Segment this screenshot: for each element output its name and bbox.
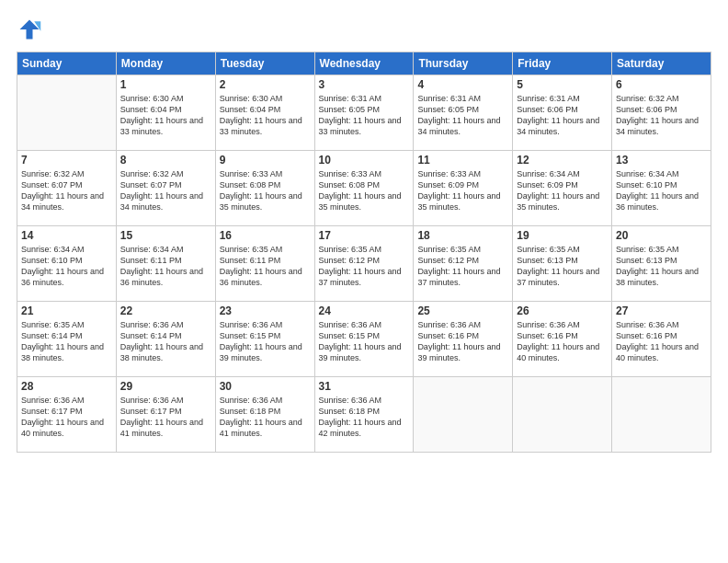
day-info: Sunrise: 6:34 AMSunset: 6:10 PMDaylight:… xyxy=(21,244,112,289)
calendar-cell xyxy=(612,377,711,453)
day-info: Sunrise: 6:30 AMSunset: 6:04 PMDaylight:… xyxy=(220,93,311,138)
calendar-cell xyxy=(17,75,117,151)
calendar-cell: 24Sunrise: 6:36 AMSunset: 6:15 PMDayligh… xyxy=(314,302,414,377)
calendar-cell: 16Sunrise: 6:35 AMSunset: 6:11 PMDayligh… xyxy=(215,226,314,302)
calendar-table: SundayMondayTuesdayWednesdayThursdayFrid… xyxy=(17,52,711,453)
day-number: 23 xyxy=(220,304,311,317)
calendar-cell: 5Sunrise: 6:31 AMSunset: 6:06 PMDaylight… xyxy=(513,75,612,151)
calendar-cell: 18Sunrise: 6:35 AMSunset: 6:12 PMDayligh… xyxy=(414,226,513,302)
day-number: 25 xyxy=(417,304,508,317)
day-info: Sunrise: 6:36 AMSunset: 6:16 PMDaylight:… xyxy=(616,319,707,364)
calendar-cell: 1Sunrise: 6:30 AMSunset: 6:04 PMDaylight… xyxy=(116,75,215,151)
calendar-cell: 22Sunrise: 6:36 AMSunset: 6:14 PMDayligh… xyxy=(116,302,215,377)
day-number: 28 xyxy=(21,380,112,393)
calendar-cell: 30Sunrise: 6:36 AMSunset: 6:18 PMDayligh… xyxy=(215,377,314,453)
calendar-cell: 15Sunrise: 6:34 AMSunset: 6:11 PMDayligh… xyxy=(116,226,215,302)
calendar-header-day: Sunday xyxy=(17,52,117,75)
day-info: Sunrise: 6:36 AMSunset: 6:16 PMDaylight:… xyxy=(417,319,508,364)
calendar-cell: 11Sunrise: 6:33 AMSunset: 6:09 PMDayligh… xyxy=(414,151,513,226)
calendar-cell: 28Sunrise: 6:36 AMSunset: 6:17 PMDayligh… xyxy=(17,377,117,453)
day-number: 4 xyxy=(417,78,508,91)
calendar-cell: 25Sunrise: 6:36 AMSunset: 6:16 PMDayligh… xyxy=(414,302,513,377)
day-number: 14 xyxy=(21,229,112,242)
calendar-cell: 26Sunrise: 6:36 AMSunset: 6:16 PMDayligh… xyxy=(513,302,612,377)
day-info: Sunrise: 6:33 AMSunset: 6:08 PMDaylight:… xyxy=(220,168,311,213)
day-info: Sunrise: 6:35 AMSunset: 6:13 PMDaylight:… xyxy=(517,244,608,289)
day-number: 7 xyxy=(21,154,112,167)
calendar-cell: 14Sunrise: 6:34 AMSunset: 6:10 PMDayligh… xyxy=(17,226,117,302)
day-info: Sunrise: 6:36 AMSunset: 6:17 PMDaylight:… xyxy=(120,395,211,440)
day-number: 30 xyxy=(220,380,311,393)
day-number: 3 xyxy=(319,78,410,91)
day-number: 16 xyxy=(220,229,311,242)
day-info: Sunrise: 6:32 AMSunset: 6:06 PMDaylight:… xyxy=(616,93,707,138)
day-number: 26 xyxy=(517,304,608,317)
day-info: Sunrise: 6:36 AMSunset: 6:14 PMDaylight:… xyxy=(120,319,211,364)
day-number: 18 xyxy=(417,229,508,242)
day-number: 31 xyxy=(319,380,410,393)
calendar-cell: 2Sunrise: 6:30 AMSunset: 6:04 PMDaylight… xyxy=(215,75,314,151)
day-number: 24 xyxy=(319,304,410,317)
calendar-cell: 3Sunrise: 6:31 AMSunset: 6:05 PMDaylight… xyxy=(314,75,414,151)
day-number: 29 xyxy=(120,380,211,393)
calendar-cell: 21Sunrise: 6:35 AMSunset: 6:14 PMDayligh… xyxy=(17,302,117,377)
day-info: Sunrise: 6:33 AMSunset: 6:09 PMDaylight:… xyxy=(417,168,508,213)
day-info: Sunrise: 6:35 AMSunset: 6:13 PMDaylight:… xyxy=(616,244,707,289)
calendar-cell: 12Sunrise: 6:34 AMSunset: 6:09 PMDayligh… xyxy=(513,151,612,226)
day-number: 22 xyxy=(120,304,211,317)
calendar-cell: 19Sunrise: 6:35 AMSunset: 6:13 PMDayligh… xyxy=(513,226,612,302)
day-info: Sunrise: 6:31 AMSunset: 6:05 PMDaylight:… xyxy=(319,93,410,138)
day-info: Sunrise: 6:36 AMSunset: 6:18 PMDaylight:… xyxy=(319,395,410,440)
calendar-header-day: Monday xyxy=(116,52,215,75)
calendar-cell: 6Sunrise: 6:32 AMSunset: 6:06 PMDaylight… xyxy=(612,75,711,151)
calendar-header-day: Tuesday xyxy=(215,52,314,75)
day-info: Sunrise: 6:32 AMSunset: 6:07 PMDaylight:… xyxy=(21,168,112,213)
calendar-cell: 4Sunrise: 6:31 AMSunset: 6:05 PMDaylight… xyxy=(414,75,513,151)
calendar-cell: 9Sunrise: 6:33 AMSunset: 6:08 PMDaylight… xyxy=(215,151,314,226)
calendar-header-day: Saturday xyxy=(612,52,711,75)
calendar-cell: 17Sunrise: 6:35 AMSunset: 6:12 PMDayligh… xyxy=(314,226,414,302)
calendar-week-row: 14Sunrise: 6:34 AMSunset: 6:10 PMDayligh… xyxy=(17,226,711,302)
day-number: 5 xyxy=(517,78,608,91)
calendar-cell: 27Sunrise: 6:36 AMSunset: 6:16 PMDayligh… xyxy=(612,302,711,377)
calendar-cell xyxy=(414,377,513,453)
calendar-cell: 7Sunrise: 6:32 AMSunset: 6:07 PMDaylight… xyxy=(17,151,117,226)
logo xyxy=(17,17,46,42)
calendar-week-row: 28Sunrise: 6:36 AMSunset: 6:17 PMDayligh… xyxy=(17,377,711,453)
day-info: Sunrise: 6:36 AMSunset: 6:15 PMDaylight:… xyxy=(319,319,410,364)
day-info: Sunrise: 6:35 AMSunset: 6:12 PMDaylight:… xyxy=(319,244,410,289)
calendar-week-row: 7Sunrise: 6:32 AMSunset: 6:07 PMDaylight… xyxy=(17,151,711,226)
day-number: 6 xyxy=(616,78,707,91)
calendar-cell: 29Sunrise: 6:36 AMSunset: 6:17 PMDayligh… xyxy=(116,377,215,453)
calendar-cell xyxy=(513,377,612,453)
day-info: Sunrise: 6:31 AMSunset: 6:06 PMDaylight:… xyxy=(517,93,608,138)
day-info: Sunrise: 6:30 AMSunset: 6:04 PMDaylight:… xyxy=(120,93,211,138)
header xyxy=(17,17,711,42)
logo-icon xyxy=(17,17,42,42)
calendar-header-day: Wednesday xyxy=(314,52,414,75)
day-info: Sunrise: 6:34 AMSunset: 6:09 PMDaylight:… xyxy=(517,168,608,213)
day-info: Sunrise: 6:35 AMSunset: 6:12 PMDaylight:… xyxy=(417,244,508,289)
page: SundayMondayTuesdayWednesdayThursdayFrid… xyxy=(0,0,728,563)
day-number: 21 xyxy=(21,304,112,317)
day-number: 13 xyxy=(616,154,707,167)
calendar-week-row: 1Sunrise: 6:30 AMSunset: 6:04 PMDaylight… xyxy=(17,75,711,151)
calendar-week-row: 21Sunrise: 6:35 AMSunset: 6:14 PMDayligh… xyxy=(17,302,711,377)
day-number: 1 xyxy=(120,78,211,91)
day-number: 8 xyxy=(120,154,211,167)
day-number: 17 xyxy=(319,229,410,242)
day-number: 15 xyxy=(120,229,211,242)
day-info: Sunrise: 6:35 AMSunset: 6:11 PMDaylight:… xyxy=(220,244,311,289)
day-info: Sunrise: 6:32 AMSunset: 6:07 PMDaylight:… xyxy=(120,168,211,213)
calendar-cell: 10Sunrise: 6:33 AMSunset: 6:08 PMDayligh… xyxy=(314,151,414,226)
day-info: Sunrise: 6:34 AMSunset: 6:11 PMDaylight:… xyxy=(120,244,211,289)
day-info: Sunrise: 6:35 AMSunset: 6:14 PMDaylight:… xyxy=(21,319,112,364)
calendar-header-day: Thursday xyxy=(414,52,513,75)
day-number: 2 xyxy=(220,78,311,91)
calendar-cell: 20Sunrise: 6:35 AMSunset: 6:13 PMDayligh… xyxy=(612,226,711,302)
day-info: Sunrise: 6:36 AMSunset: 6:16 PMDaylight:… xyxy=(517,319,608,364)
day-info: Sunrise: 6:31 AMSunset: 6:05 PMDaylight:… xyxy=(417,93,508,138)
day-number: 11 xyxy=(417,154,508,167)
day-info: Sunrise: 6:36 AMSunset: 6:17 PMDaylight:… xyxy=(21,395,112,440)
day-number: 12 xyxy=(517,154,608,167)
